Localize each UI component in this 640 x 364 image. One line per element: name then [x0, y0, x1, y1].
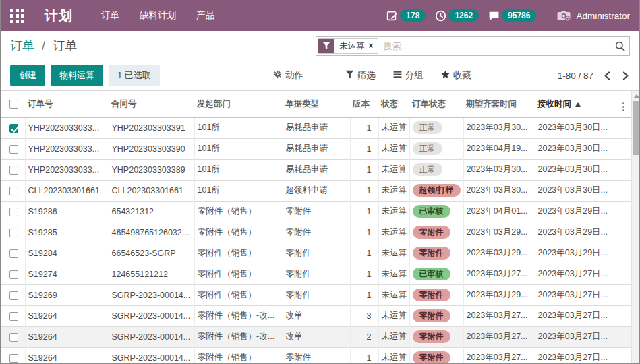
kebab-menu-icon	[618, 102, 624, 111]
row-checkbox[interactable]	[9, 354, 18, 363]
search-icon[interactable]	[615, 41, 625, 51]
row-checkbox-cell[interactable]	[1, 347, 25, 363]
favorites-label: 收藏	[453, 69, 471, 82]
pager-next-icon[interactable]	[621, 71, 630, 80]
cell-order-no: YHP2023033033...	[25, 159, 109, 180]
row-checkbox-cell[interactable]	[1, 180, 25, 201]
table-row[interactable]: S19264 SGRP-2023-00014... 零附件（销售）-改... 改…	[1, 326, 631, 347]
material-compute-button[interactable]: 物料运算	[51, 65, 103, 86]
header-order-no[interactable]: 订单号	[25, 91, 109, 117]
table-row[interactable]: YHP2023033033... YHP202303303391 101所 易耗…	[1, 117, 631, 138]
cell-version: 1	[350, 201, 378, 222]
table-row[interactable]: S19264 SGRP-2023-00014... 零附件（销售） 零附件 1 …	[1, 347, 631, 363]
breadcrumb-parent[interactable]: 订单	[10, 39, 34, 53]
cell-order-state: 零附件	[409, 347, 463, 363]
row-checkbox[interactable]	[9, 249, 18, 258]
row-checkbox[interactable]	[9, 333, 18, 342]
cell-version: 1	[350, 117, 378, 138]
messages-count-badge: 95786	[502, 9, 536, 22]
row-checkbox-cell[interactable]	[1, 222, 25, 243]
row-checkbox[interactable]	[9, 166, 18, 175]
row-checkbox[interactable]	[9, 208, 18, 216]
header-department[interactable]: 发起部门	[194, 91, 283, 117]
row-checkbox[interactable]	[9, 124, 18, 133]
header-contract-no[interactable]: 合同号	[109, 91, 194, 117]
cell-order-no: S19285	[25, 222, 109, 243]
table-row[interactable]: S19264 SGRP-2023-00014... 零附件（销售）-改... 改…	[1, 305, 631, 326]
vertical-scrollbar[interactable]	[631, 91, 640, 363]
select-all-checkbox-cell[interactable]	[1, 91, 25, 117]
row-checkbox-cell[interactable]	[1, 264, 25, 284]
header-status[interactable]: 状态	[378, 91, 409, 117]
scroll-up-arrow-icon[interactable]	[634, 94, 639, 98]
cell-order-state: 零附件	[409, 243, 463, 264]
row-checkbox-cell[interactable]	[1, 159, 25, 180]
messages-counter[interactable]: 95786	[488, 9, 536, 22]
cell-order-no: CLL202303301661	[25, 180, 109, 201]
cell-expect-date: 2023年04月01...	[463, 201, 535, 222]
gear-icon	[273, 70, 282, 81]
favorites-menu[interactable]: 收藏	[441, 69, 471, 82]
cell-receive-date: 2023年03月27日...	[535, 264, 616, 284]
row-checkbox[interactable]	[9, 145, 18, 154]
header-doc-type[interactable]: 单据类型	[283, 91, 350, 117]
header-receive-date[interactable]: 接收时间	[535, 91, 616, 117]
cell-expect-date: 2023年03月29...	[463, 243, 535, 264]
row-checkbox[interactable]	[9, 291, 18, 300]
menu-products[interactable]: 产品	[196, 9, 214, 22]
row-checkbox[interactable]	[9, 229, 18, 237]
row-checkbox-cell[interactable]	[1, 284, 25, 305]
notes-count-badge: 178	[400, 9, 426, 22]
action-menu[interactable]: 动作	[273, 69, 303, 82]
search-input[interactable]	[378, 41, 615, 51]
cell-contract-no: CLL202303301661	[109, 180, 194, 201]
cell-version: 1	[350, 222, 378, 243]
cell-version: 2	[350, 326, 378, 347]
table-row[interactable]: CLL202303301661 CLL202303301661 101所 超领料…	[1, 180, 631, 201]
filters-menu[interactable]: 筛选	[345, 69, 376, 82]
row-checkbox-cell[interactable]	[1, 138, 25, 159]
cell-order-no: S19264	[25, 347, 109, 363]
row-checkbox[interactable]	[9, 270, 18, 279]
header-version[interactable]: 版本	[350, 91, 378, 117]
cell-order-no: S19284	[25, 243, 109, 264]
cell-status: 未运算	[378, 347, 409, 363]
optional-columns-toggle[interactable]	[616, 91, 631, 117]
cell-contract-no: YHP202303303389	[109, 159, 194, 180]
cell-department: 零附件（销售）	[194, 243, 283, 264]
select-all-checkbox[interactable]	[9, 100, 18, 109]
row-checkbox-cell[interactable]	[1, 326, 25, 347]
table-row[interactable]: YHP2023033033... YHP202303303389 101所 易耗…	[1, 159, 631, 180]
create-button[interactable]: 创建	[10, 65, 45, 86]
table-row[interactable]: S19274 124655121212 零附件（销售） 零附件 1 未运算 已审…	[1, 264, 631, 284]
menu-orders[interactable]: 订单	[101, 9, 119, 22]
activities-counter[interactable]: 1262	[435, 9, 479, 22]
pager-previous-icon[interactable]	[603, 71, 612, 80]
row-checkbox-cell[interactable]	[1, 243, 25, 264]
header-order-state[interactable]: 订单状态	[409, 91, 463, 117]
apps-grid-icon[interactable]	[10, 9, 24, 23]
groupby-menu[interactable]: 分组	[393, 69, 424, 82]
facet-remove-icon[interactable]: ×	[368, 39, 378, 53]
row-checkbox[interactable]	[9, 312, 18, 321]
selected-count-button[interactable]: 1 已选取	[109, 65, 160, 86]
table-row[interactable]: S19284 66546523-SGRP 零附件（销售） 零附件 1 未运算 零…	[1, 243, 631, 264]
cell-order-no: S19264	[25, 326, 109, 347]
table-row[interactable]: S19286 654321312 零附件（销售） 零附件 1 未运算 已审核 2…	[1, 201, 631, 222]
table-row[interactable]: S19285 465498765126032... 零附件（销售） 零附件 1 …	[1, 222, 631, 243]
row-checkbox[interactable]	[9, 187, 18, 195]
table-row[interactable]: YHP2023033033... YHP202303303390 101所 易耗…	[1, 138, 631, 159]
cell-doc-type: 易耗品申请	[283, 138, 350, 159]
order-state-badge: 零附件	[413, 226, 450, 239]
cell-contract-no: 654321312	[109, 201, 194, 222]
scrollbar-thumb[interactable]	[633, 101, 639, 155]
user-menu[interactable]: Administrator	[556, 9, 630, 22]
row-checkbox-cell[interactable]	[1, 305, 25, 326]
menu-shortage-plan[interactable]: 缺料计划	[140, 9, 176, 22]
table-row[interactable]: S19269 SGRP-2023-00014... 零附件（销售） 零附件 1 …	[1, 284, 631, 305]
row-checkbox-cell[interactable]	[1, 201, 25, 222]
row-checkbox-cell[interactable]	[1, 117, 25, 138]
cell-expect-date: 2023年03月27...	[463, 326, 535, 347]
notes-counter[interactable]: 178	[386, 9, 426, 22]
header-expect-date[interactable]: 期望齐套时间	[463, 91, 535, 117]
